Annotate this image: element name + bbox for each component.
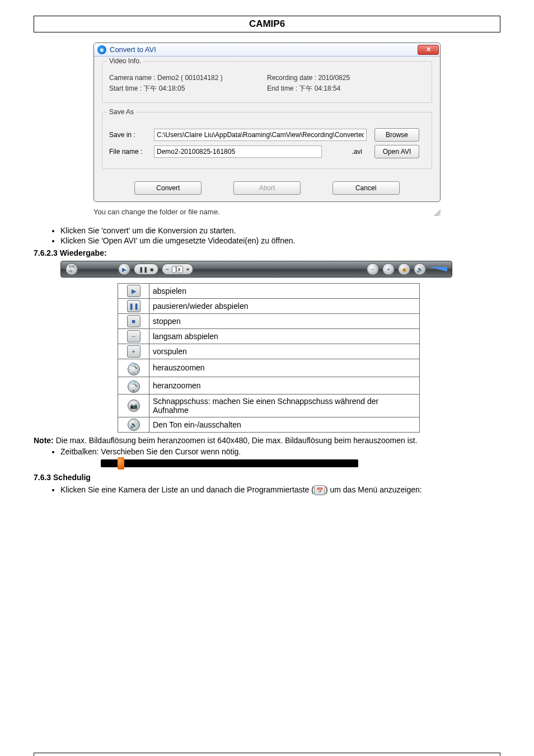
volume-slider[interactable]	[429, 267, 447, 271]
fast-icon: +	[127, 345, 140, 358]
instruction-openavi: Klicken Sie 'Open AVI' um die umgesetzte…	[60, 236, 500, 245]
time-slider-knob[interactable]	[118, 457, 124, 469]
icon-cell: ■	[118, 314, 149, 329]
dialog-title: Convert to AVI	[110, 45, 156, 54]
zoom-out-icon[interactable]: −	[367, 263, 379, 275]
table-row: ■stoppen	[118, 314, 420, 329]
icon-description: vorspulen	[149, 344, 420, 359]
video-info-legend: Video Info.	[107, 57, 143, 65]
file-ext-label: .avi	[322, 148, 367, 156]
icon-cell: 📷	[118, 395, 149, 417]
zoom-in-icon[interactable]: +	[382, 263, 395, 275]
page-footer: 15/09/2010 108 ©Velleman nv	[34, 753, 500, 756]
snapshot-icon[interactable]: ◉	[398, 263, 410, 275]
table-row: 🔍+heranzoomen	[118, 377, 420, 395]
table-row: +vorspulen	[118, 344, 420, 359]
playback-toolbar: EN中 ▶ ❚❚■ − 1x + − + ◉ 🔊	[60, 261, 452, 278]
section-scheduling-heading: 7.6.3 Schedulig	[34, 473, 500, 482]
icon-cell: 🔍−	[118, 359, 149, 377]
file-name-input[interactable]	[154, 145, 322, 158]
play-icon: ▶	[127, 285, 140, 297]
table-row: −langsam abspielen	[118, 329, 420, 344]
dialog-status-bar: You can change the folder or file name.	[93, 206, 441, 217]
table-row: 🔊Den Ton ein-/ausschalten	[118, 417, 420, 433]
lang-toggle-icon[interactable]: EN中	[65, 263, 78, 275]
dialog-titlebar: ◉ Convert to AVI ✕	[94, 43, 440, 57]
icon-cell: 🔍+	[118, 377, 149, 395]
icon-cell: ❚❚	[118, 299, 149, 314]
start-time-label: Start time : 下午 04:18:05	[109, 82, 267, 96]
icon-description: Den Ton ein-/ausschalten	[149, 417, 420, 433]
app-icon: ◉	[97, 45, 106, 54]
table-row: 🔍−herauszoomen	[118, 359, 420, 377]
icon-description: stoppen	[149, 314, 420, 329]
table-row: ▶abspielen	[118, 284, 420, 299]
snapshot-icon: 📷	[128, 400, 140, 412]
icon-description: langsam abspielen	[149, 329, 420, 344]
pause-stop-pill[interactable]: ❚❚■	[134, 264, 158, 275]
icon-description: pausieren/wieder abspielen	[149, 299, 420, 314]
save-in-label: Save in :	[109, 131, 154, 139]
section-playback-heading: 7.6.2.3 Wiedergabe:	[34, 248, 500, 257]
browse-button[interactable]: Browse	[374, 128, 419, 142]
speed-value: 1x	[172, 266, 184, 273]
icon-description: heranzoomen	[149, 377, 420, 395]
save-as-group: Save As Save in : Browse File name : .av…	[102, 112, 432, 169]
playback-icons-table: ▶abspielen❚❚pausieren/wieder abspielen■s…	[118, 283, 420, 433]
mute-icon: 🔊	[128, 419, 140, 431]
resize-grip-icon[interactable]	[433, 208, 441, 216]
icon-description: herauszoomen	[149, 359, 420, 377]
close-button[interactable]: ✕	[418, 45, 439, 55]
play-icon[interactable]: ▶	[118, 263, 130, 275]
icon-cell: 🔊	[118, 417, 149, 433]
icon-cell: ▶	[118, 284, 149, 299]
icon-cell: −	[118, 329, 149, 344]
slow-icon: −	[127, 330, 140, 342]
mute-icon[interactable]: 🔊	[414, 263, 426, 275]
page-title: CAMIP6	[34, 16, 500, 32]
file-name-label: File name :	[109, 148, 154, 156]
abort-button[interactable]: Abort	[233, 181, 301, 195]
save-in-input[interactable]	[154, 129, 367, 141]
schedule-icon: 📅	[314, 485, 325, 495]
convert-button[interactable]: Convert	[134, 181, 202, 195]
dialog-status-text: You can change the folder or file name.	[93, 208, 220, 216]
end-time-label: End time : 下午 04:18:54	[267, 82, 425, 96]
cancel-button[interactable]: Cancel	[332, 181, 400, 195]
table-row: 📷Schnappschuss: machen Sie einen Schnapp…	[118, 395, 420, 417]
convert-to-avi-dialog: ◉ Convert to AVI ✕ Video Info. Camera na…	[93, 43, 441, 202]
pause-icon: ❚❚	[127, 300, 140, 312]
icon-cell: +	[118, 344, 149, 359]
time-slider[interactable]	[101, 459, 358, 467]
speed-control[interactable]: − 1x +	[162, 264, 193, 275]
timebar-bullet: Zeitbalken: Verschieben Sie den Cursor w…	[60, 447, 500, 456]
icon-description: abspielen	[149, 284, 420, 299]
note-text: Note: Die max. Bildauflösung beim heranz…	[34, 436, 500, 445]
scheduling-bullet: Klicken Sie eine Kamera der Liste an und…	[60, 485, 500, 495]
video-info-group: Video Info. Camera name : Demo2 ( 001014…	[102, 61, 432, 103]
fast-icon[interactable]: +	[186, 266, 189, 273]
slow-icon[interactable]: −	[166, 266, 169, 273]
table-row: ❚❚pausieren/wieder abspielen	[118, 299, 420, 314]
zoom-out-icon: 🔍−	[128, 363, 140, 375]
save-as-legend: Save As	[107, 108, 136, 116]
open-avi-button[interactable]: Open AVI	[374, 145, 419, 158]
zoom-in-icon: 🔍+	[128, 381, 140, 393]
instruction-convert: Klicken Sie 'convert' um die Konversion …	[60, 226, 500, 235]
icon-description: Schnappschuss: machen Sie einen Schnapps…	[149, 395, 420, 417]
stop-icon: ■	[127, 315, 140, 327]
